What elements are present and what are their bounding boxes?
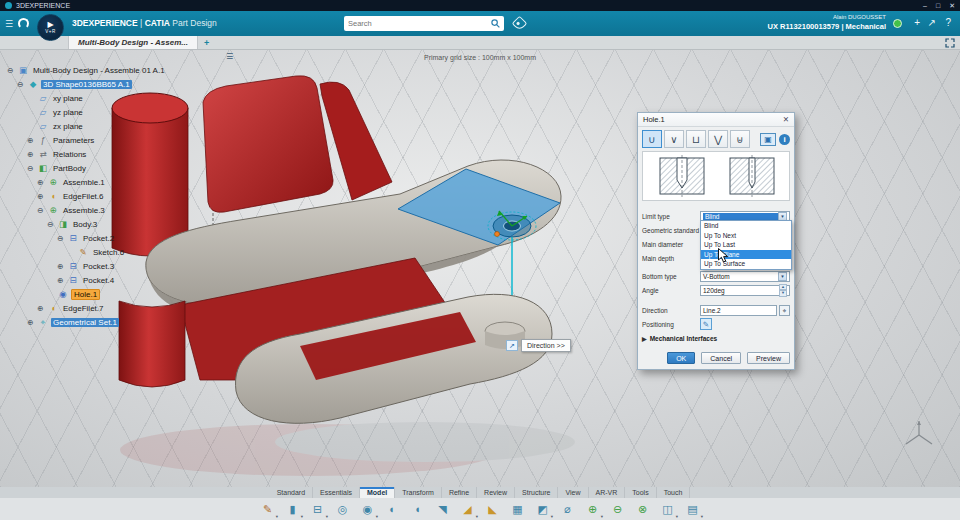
expand-icon[interactable]: ⊕ (26, 136, 35, 145)
axis-triad-icon[interactable] (902, 419, 936, 449)
boolean-add-icon[interactable]: ⊕▾ (582, 500, 603, 519)
collapse-icon[interactable]: ⊖ (36, 206, 45, 215)
angle-input[interactable]: 120deg ▲▼ (700, 285, 790, 296)
tapered-hole-button[interactable]: ∨ (664, 130, 684, 148)
expand-arrow-icon[interactable]: ▶ (642, 335, 647, 342)
groove-icon[interactable]: ◐ (382, 500, 403, 519)
shaft-icon[interactable]: ◎ (332, 500, 353, 519)
manipulator-dot[interactable] (495, 232, 500, 237)
tree-item-edgefilet-7[interactable]: ⊕◖EdgeFilet.7 (6, 301, 167, 315)
ok-button[interactable]: OK (667, 352, 695, 364)
direction-selector-icon[interactable]: ⌖ (779, 305, 790, 316)
dropdown-arrow-icon[interactable]: ▾ (701, 514, 703, 519)
direction-tooltip[interactable]: Direction >> (521, 339, 571, 352)
dropdown-arrow-icon[interactable]: ▾ (601, 514, 603, 519)
tree-item-pocket-4[interactable]: ⊕⊟Pocket.4 (6, 273, 167, 287)
collapse-icon[interactable]: ⊖ (6, 66, 15, 75)
dropdown-arrow-icon[interactable]: ▾ (326, 514, 328, 519)
boolean-intersect-icon[interactable]: ⊗ (632, 500, 653, 519)
hole-dialog-titlebar[interactable]: Hole.1 ✕ (638, 113, 794, 127)
maximize-button[interactable]: □ (936, 0, 940, 11)
close-icon[interactable]: ✕ (783, 115, 789, 124)
action-tab-structure[interactable]: Structure (515, 487, 558, 498)
dropdown-arrow-icon[interactable]: ▾ (301, 514, 303, 519)
expand-icon[interactable]: ⊕ (36, 304, 45, 313)
expand-icon[interactable]: ⊕ (26, 150, 35, 159)
expand-icon[interactable]: ⊕ (26, 318, 35, 327)
tree-item-multi-body-design-assemble-01-a-1[interactable]: ⊖▣Multi-Body Design - Assemble 01 A.1 (6, 63, 167, 77)
draft-icon[interactable]: ◩▾ (532, 500, 553, 519)
cancel-button[interactable]: Cancel (701, 352, 741, 364)
expand-icon[interactable]: ⊕ (36, 192, 45, 201)
rib-icon[interactable]: ◖ (407, 500, 428, 519)
tree-item-pocket-2[interactable]: ⊖⊟Pocket.2 (6, 231, 167, 245)
collapse-icon[interactable]: ⊖ (26, 164, 35, 173)
action-tab-tools[interactable]: Tools (625, 487, 656, 498)
action-tab-refine[interactable]: Refine (442, 487, 477, 498)
blind-hole-button[interactable]: ∪ (642, 130, 662, 148)
dropdown-arrow-icon[interactable]: ▾ (676, 514, 678, 519)
expand-icon[interactable]: ⊕ (36, 178, 45, 187)
direction-input[interactable]: Line.2 (700, 305, 777, 316)
search-input[interactable] (348, 19, 487, 28)
stiffener-icon[interactable]: ◥ (432, 500, 453, 519)
chevron-down-icon[interactable]: ▼ (778, 272, 787, 281)
dropdown-arrow-icon[interactable]: ▾ (376, 514, 378, 519)
action-tab-model[interactable]: Model (360, 487, 395, 498)
tree-item-partbody[interactable]: ⊖◧PartBody (6, 161, 167, 175)
minimize-button[interactable]: – (923, 0, 927, 11)
viewport-menu-icon[interactable]: ☰ (226, 52, 233, 61)
shell-icon[interactable]: ▦ (507, 500, 528, 519)
search-bar[interactable] (344, 16, 504, 31)
boolean-remove-icon[interactable]: ⊖ (607, 500, 628, 519)
action-tab-standard[interactable]: Standard (270, 487, 313, 498)
direction-handle-icon[interactable]: ↗ (506, 340, 518, 351)
positioning-sketch-icon[interactable]: ✎ (700, 318, 712, 330)
preview-button[interactable]: Preview (747, 352, 790, 364)
collapse-icon[interactable]: ⊖ (16, 80, 25, 89)
collapse-icon[interactable]: ⊖ (56, 234, 65, 243)
action-tab-essentials[interactable]: Essentials (313, 487, 360, 498)
action-tab-review[interactable]: Review (477, 487, 515, 498)
help-icon[interactable]: ? (945, 17, 951, 28)
tree-item-edgefilet-6[interactable]: ⊕◖EdgeFilet.6 (6, 189, 167, 203)
tree-item-body-3[interactable]: ⊖◨Body.3 (6, 217, 167, 231)
document-tab[interactable]: Multi-Body Design - Assem... (68, 36, 198, 49)
thread-icon[interactable]: ⌀ (557, 500, 578, 519)
pocket-icon[interactable]: ⊟▾ (307, 500, 328, 519)
share-icon[interactable]: ↗ (928, 17, 936, 28)
pad-icon[interactable]: ▮▾ (282, 500, 303, 519)
dropdown-arrow-icon[interactable]: ▾ (476, 514, 478, 519)
counterdrilled-hole-button[interactable]: ⊎ (730, 130, 750, 148)
action-tab-transform[interactable]: Transform (395, 487, 442, 498)
expand-icon[interactable]: ⊕ (56, 262, 65, 271)
tree-item-yz-plane[interactable]: ▱yz plane (6, 105, 167, 119)
edge-fillet-icon[interactable]: ◢▾ (457, 500, 478, 519)
preview-display-icon[interactable]: ▣ (760, 133, 776, 146)
action-tab-view[interactable]: View (558, 487, 588, 498)
pattern-icon[interactable]: ▤▾ (682, 500, 703, 519)
user-block[interactable]: Alain DUGOUSSET UX R1132100013579 | Mech… (768, 14, 886, 31)
add-icon[interactable]: + (914, 17, 920, 28)
mirror-icon[interactable]: ◫▾ (657, 500, 678, 519)
viewport-3d[interactable]: Primary grid size : 100mm x 100mm ☰ (0, 50, 960, 487)
dropdown-option-blind[interactable]: Blind (701, 221, 791, 231)
tree-item-assemble-1[interactable]: ⊕⊕Assemble.1 (6, 175, 167, 189)
tree-item-3d-shape0136bb65-a-1[interactable]: ⊖◆3D Shape0136BB65 A.1 (6, 77, 167, 91)
tree-item-assemble-3[interactable]: ⊖⊕Assemble.3 (6, 203, 167, 217)
counterbored-hole-button[interactable]: ⊔ (686, 130, 706, 148)
bottom-type-select[interactable]: V-Bottom ▼ (700, 271, 790, 282)
hole-icon[interactable]: ◉▾ (357, 500, 378, 519)
info-icon[interactable]: i (779, 134, 790, 145)
dropdown-option-up-to-surface[interactable]: Up To Surface (701, 259, 791, 269)
expand-icon[interactable]: ⊕ (56, 276, 65, 285)
dropdown-option-up-to-plane[interactable]: Up To Plane (701, 250, 791, 260)
tree-item-pocket-3[interactable]: ⊕⊟Pocket.3 (6, 259, 167, 273)
tag-icon[interactable] (512, 16, 528, 32)
action-tab-ar-vr[interactable]: AR-VR (589, 487, 626, 498)
search-icon[interactable] (491, 19, 500, 28)
tree-item-sketch-6[interactable]: ✎Sketch.6 (6, 245, 167, 259)
mechanical-interfaces-section[interactable]: ▶ Mechanical Interfaces (642, 331, 790, 345)
tree-item-zx-plane[interactable]: ▱zx plane (6, 119, 167, 133)
action-tab-touch[interactable]: Touch (657, 487, 691, 498)
